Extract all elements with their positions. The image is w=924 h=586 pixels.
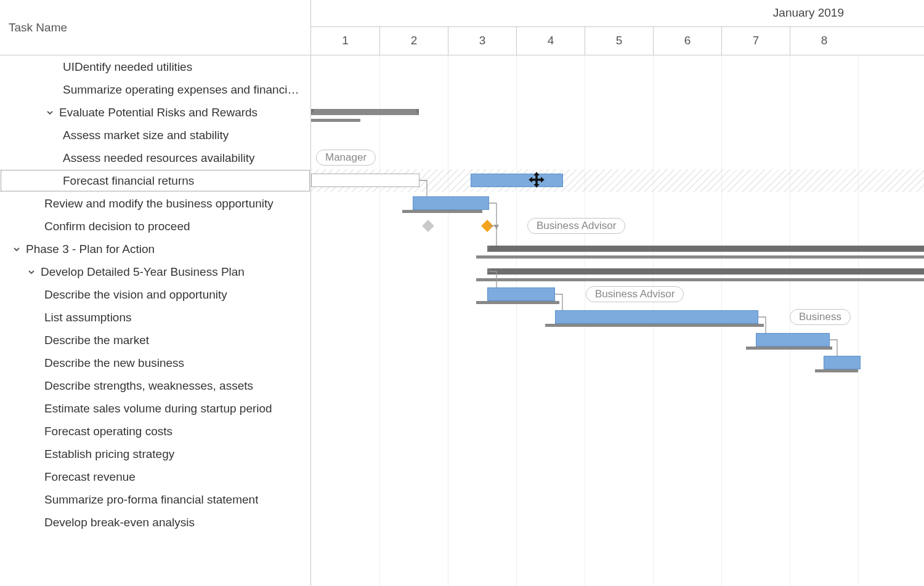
task-row[interactable]: Describe strengths, weaknesses, assets xyxy=(0,374,310,397)
bar-row: Business Advisor xyxy=(311,215,924,238)
timeline-panel: January 2019 12345678 Manager xyxy=(311,0,924,586)
day-header-cell: 1 xyxy=(311,27,379,55)
task-row[interactable]: Forecast revenue xyxy=(0,465,310,488)
day-header-cell: 4 xyxy=(516,27,585,55)
task-row[interactable]: Confirm decision to proceed xyxy=(0,215,310,238)
task-label: Phase 3 - Plan for Action xyxy=(26,243,155,256)
task-label: Summarize operating expenses and financi… xyxy=(63,83,304,97)
progress-underline xyxy=(476,278,924,281)
task-label: Develop Detailed 5-Year Business Plan xyxy=(41,265,245,279)
task-row[interactable]: Forecast financial returns xyxy=(0,169,310,192)
task-label: Establish pricing strategy xyxy=(44,448,174,461)
bar-row xyxy=(311,351,924,374)
task-row[interactable]: Describe the market xyxy=(0,329,310,351)
task-row[interactable]: Develop Detailed 5-Year Business Plan xyxy=(0,260,310,283)
bar-row xyxy=(311,192,924,215)
task-bar-newbiz[interactable] xyxy=(824,356,861,369)
summary-bar[interactable] xyxy=(311,109,419,115)
task-label: Assess market size and stability xyxy=(63,129,229,142)
task-label: Forecast financial returns xyxy=(63,174,194,188)
task-row[interactable]: Develop break-even analysis xyxy=(0,511,310,534)
task-label: UIDentify needed utilities xyxy=(63,60,192,74)
task-rows-container: UIDentify needed utilitiesSummarize oper… xyxy=(0,55,310,586)
resource-tag-manager[interactable]: Manager xyxy=(316,150,376,166)
task-name-column: Task Name UIDentify needed utilitiesSumm… xyxy=(0,0,311,586)
progress-underline xyxy=(746,347,832,350)
bar-row xyxy=(311,238,924,260)
summary-bar-5year[interactable] xyxy=(487,268,924,275)
timeline-header: January 2019 12345678 xyxy=(311,0,924,55)
task-label: Describe the vision and opportunity xyxy=(44,288,227,302)
bar-row: Business xyxy=(311,306,924,329)
task-label: Describe strengths, weaknesses, assets xyxy=(44,379,253,393)
timeline-month-label: January 2019 xyxy=(311,0,924,27)
task-label: List assumptions xyxy=(44,311,132,324)
task-label: Confirm decision to proceed xyxy=(44,220,190,233)
timeline-body[interactable]: Manager xyxy=(311,55,924,586)
task-bar-forecast-dragging[interactable] xyxy=(471,174,563,187)
resource-tag-business[interactable]: Business xyxy=(790,309,851,325)
bar-row xyxy=(311,329,924,351)
day-header-cell: 6 xyxy=(653,27,721,55)
task-row[interactable]: Describe the new business xyxy=(0,351,310,374)
task-column-header: Task Name xyxy=(0,0,310,55)
task-row[interactable]: Establish pricing strategy xyxy=(0,443,310,465)
day-header-cell: 5 xyxy=(585,27,653,55)
bar-row: Manager xyxy=(311,146,924,169)
timeline-day-row: 12345678 xyxy=(311,27,924,55)
progress-underline xyxy=(402,210,482,213)
task-bar-ghost[interactable] xyxy=(311,174,419,187)
task-row[interactable]: Phase 3 - Plan for Action xyxy=(0,238,310,260)
progress-underline xyxy=(476,255,924,259)
day-header-cell: 8 xyxy=(790,27,858,55)
task-row[interactable]: Summarize pro-forma financial statement xyxy=(0,488,310,511)
task-label: Forecast operating costs xyxy=(44,425,172,438)
task-row[interactable]: Review and modify the business opportuni… xyxy=(0,192,310,215)
task-label: Evaluate Potential Risks and Rewards xyxy=(59,106,257,119)
task-row[interactable]: Forecast operating costs xyxy=(0,420,310,443)
day-header-cell: 3 xyxy=(448,27,516,55)
task-label: Develop break-even analysis xyxy=(44,516,195,529)
resource-tag-business-advisor[interactable]: Business Advisor xyxy=(527,218,625,234)
task-bar-market[interactable] xyxy=(756,333,830,347)
chevron-down-icon[interactable] xyxy=(11,244,22,255)
progress-underline xyxy=(815,369,858,372)
task-label: Assess needed resources availability xyxy=(63,151,255,165)
milestone-diamond-grey[interactable] xyxy=(422,220,434,232)
bar-row xyxy=(311,101,924,124)
day-header-cell: 2 xyxy=(379,27,448,55)
task-label: Review and modify the business opportuni… xyxy=(44,197,274,211)
task-row[interactable]: Evaluate Potential Risks and Rewards xyxy=(0,101,310,124)
task-label: Estimate sales volume during startup per… xyxy=(44,402,272,415)
bar-row-forecast xyxy=(311,169,924,192)
progress-underline xyxy=(545,324,764,327)
task-row[interactable]: Estimate sales volume during startup per… xyxy=(0,397,310,420)
resource-tag-business-advisor[interactable]: Business Advisor xyxy=(586,286,684,302)
task-bar-assumptions[interactable] xyxy=(555,310,758,324)
task-row[interactable]: UIDentify needed utilities xyxy=(0,55,310,78)
progress-underline xyxy=(476,301,559,304)
task-bar-vision[interactable] xyxy=(487,287,555,301)
task-label: Summarize pro-forma financial statement xyxy=(44,493,258,507)
task-row[interactable]: Assess market size and stability xyxy=(0,124,310,146)
task-row[interactable]: Assess needed resources availability xyxy=(0,146,310,169)
progress-underline xyxy=(311,119,360,122)
day-header-cell: 7 xyxy=(721,27,790,55)
bar-row: Business Advisor xyxy=(311,283,924,306)
gantt-root: Task Name UIDentify needed utilitiesSumm… xyxy=(0,0,924,586)
task-label: Describe the market xyxy=(44,334,149,347)
task-label: Forecast revenue xyxy=(44,470,136,484)
chevron-down-icon[interactable] xyxy=(44,107,55,118)
task-row[interactable]: List assumptions xyxy=(0,306,310,329)
task-row[interactable]: Describe the vision and opportunity xyxy=(0,283,310,306)
chevron-down-icon[interactable] xyxy=(26,267,37,278)
bar-row xyxy=(311,260,924,283)
summary-bar-phase3[interactable] xyxy=(487,246,924,252)
task-label: Describe the new business xyxy=(44,356,184,370)
task-bar-review[interactable] xyxy=(413,196,489,210)
task-row[interactable]: Summarize operating expenses and financi… xyxy=(0,78,310,101)
